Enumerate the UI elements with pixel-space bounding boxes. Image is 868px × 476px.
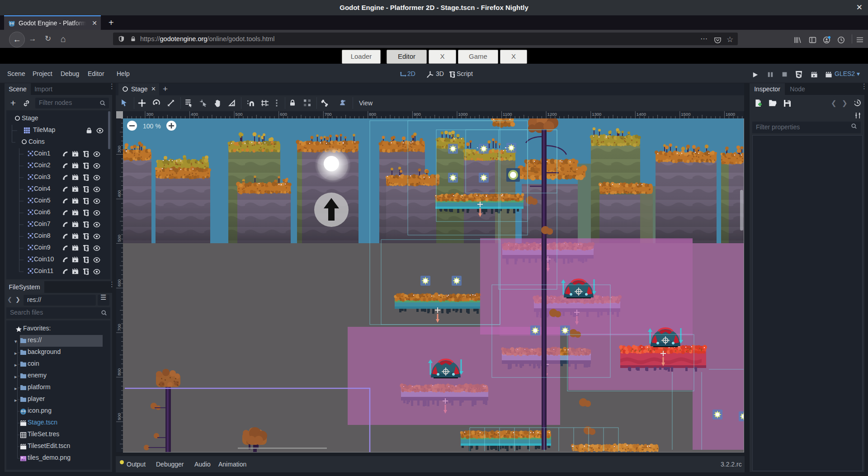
svg-text:1400: 1400 <box>637 112 646 117</box>
svg-text:400: 400 <box>117 190 122 198</box>
svg-text:800: 800 <box>117 368 122 376</box>
svg-text:900: 900 <box>117 413 122 420</box>
svg-text:500: 500 <box>236 112 243 117</box>
svg-text:700: 700 <box>117 324 122 331</box>
svg-text:800: 800 <box>369 112 376 117</box>
svg-text:300: 300 <box>146 112 154 117</box>
svg-text:100 %: 100 % <box>143 123 161 130</box>
svg-text:500: 500 <box>117 235 122 242</box>
svg-text:1200: 1200 <box>547 112 557 117</box>
svg-text:1500: 1500 <box>681 112 690 117</box>
svg-text:1000: 1000 <box>458 112 468 117</box>
svg-text:1100: 1100 <box>503 112 512 117</box>
svg-text:900: 900 <box>414 112 421 117</box>
svg-text:1600: 1600 <box>726 112 735 117</box>
svg-text:600: 600 <box>280 112 287 117</box>
svg-text:700: 700 <box>325 112 332 117</box>
svg-text:400: 400 <box>191 112 198 117</box>
svg-text:1300: 1300 <box>592 112 601 117</box>
svg-text:300: 300 <box>117 146 122 153</box>
svg-text:600: 600 <box>117 279 122 287</box>
